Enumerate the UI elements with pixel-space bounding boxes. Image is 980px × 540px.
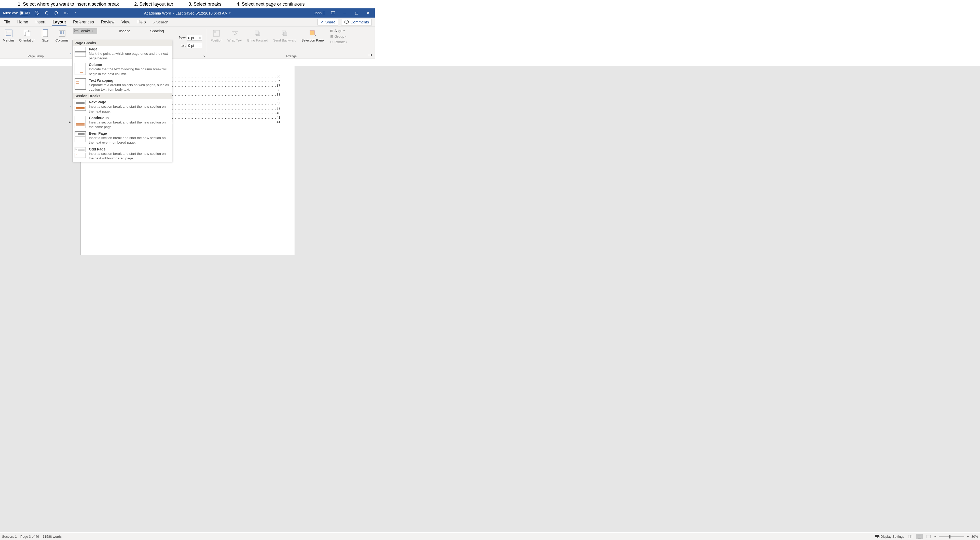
ribbon-display-options-icon[interactable]: [329, 10, 337, 16]
maximize-button[interactable]: ▢: [352, 10, 361, 16]
autosave-toggle[interactable]: AutoSave Off: [3, 11, 30, 15]
qat-customize-icon[interactable]: ⁼: [73, 10, 78, 16]
spacing-before-value: 0 pt: [188, 36, 194, 40]
margins-button[interactable]: Margins: [2, 28, 15, 43]
break-page-item[interactable]: › Page Mark the point at which one page …: [73, 46, 172, 62]
break-even-page-desc: Insert a section break and start the new…: [89, 136, 170, 145]
bring-forward-button[interactable]: Bring Forward: [246, 28, 269, 43]
size-label: Size: [42, 38, 48, 43]
collapse-ribbon-icon[interactable]: [368, 53, 372, 57]
break-continuous-item[interactable]: Continuous Insert a section break and st…: [73, 115, 172, 130]
page-break-icon: [74, 47, 86, 57]
align-icon: ⊞: [330, 29, 333, 33]
svg-rect-22: [214, 31, 216, 33]
document-page-next[interactable]: [80, 179, 295, 206]
next-page-break-icon: [74, 100, 86, 111]
orientation-label: Orientation: [19, 38, 35, 43]
odd-page-break-icon: 1 3: [74, 147, 86, 158]
spacing-after-label: ter:: [181, 43, 186, 48]
spinner-arrows-icon[interactable]: ▲▼: [198, 44, 201, 48]
break-next-page-desc: Insert a section break and start the new…: [89, 104, 170, 114]
send-backward-button[interactable]: Send Backward: [272, 28, 298, 43]
tab-insert[interactable]: Insert: [35, 18, 46, 26]
position-button[interactable]: Position: [210, 28, 223, 43]
instruction-step-4: 4. Select next page or continuous: [237, 2, 304, 7]
breaks-button[interactable]: Breaks ▾: [73, 28, 97, 33]
break-even-page-title: Even Page: [89, 131, 170, 135]
tab-layout[interactable]: Layout: [52, 18, 66, 26]
tab-references[interactable]: References: [73, 18, 94, 26]
size-icon: [41, 29, 49, 37]
autosave-switch[interactable]: Off: [20, 11, 30, 15]
svg-rect-4: [331, 11, 335, 12]
wrap-text-button[interactable]: Wrap Text: [226, 28, 243, 43]
break-text-wrapping-title: Text Wrapping: [89, 78, 170, 83]
svg-rect-33: [371, 54, 372, 56]
selection-pane-button[interactable]: Selection Pane: [301, 28, 325, 43]
comments-button[interactable]: 💬 Comments: [341, 19, 372, 25]
spacing-before-label: fore:: [179, 36, 186, 40]
document-saved-info: Last Saved 5/12/2018 6:43 AM: [175, 11, 228, 15]
chevron-down-icon: ▾: [229, 11, 231, 15]
tab-review[interactable]: Review: [100, 18, 115, 26]
group-button[interactable]: ⊟Group▾: [329, 34, 348, 39]
break-odd-page-item[interactable]: 1 3 Odd Page Insert a section break and …: [73, 146, 172, 162]
columns-label: Columns: [56, 38, 68, 43]
chevron-down-icon: ▾: [346, 41, 347, 43]
tab-home[interactable]: Home: [17, 18, 29, 26]
margins-label: Margins: [3, 38, 14, 43]
arrange-group-label: Arrange: [207, 54, 375, 58]
chevron-down-icon: ▾: [345, 35, 347, 38]
rotate-button[interactable]: ⟳Rotate▾: [329, 40, 348, 44]
paragraph-launcher-icon[interactable]: ⬊: [203, 55, 205, 57]
share-button[interactable]: ↗ Share: [318, 19, 338, 25]
position-label: Position: [210, 38, 222, 43]
size-button[interactable]: Size: [39, 28, 52, 43]
touch-mode-icon[interactable]: ▾: [64, 10, 68, 16]
svg-rect-9: [43, 30, 48, 37]
spacing-header: Spacing: [150, 29, 164, 33]
page-breaks-header: Page Breaks: [73, 40, 172, 46]
document-title[interactable]: Academia Word - Last Saved 5/12/2018 6:4…: [144, 11, 231, 15]
tab-view[interactable]: View: [121, 18, 130, 26]
instruction-step-3: 3. Select breaks: [188, 2, 221, 7]
share-label: Share: [325, 20, 335, 24]
wrap-text-label: Wrap Text: [228, 38, 242, 43]
align-button[interactable]: ⊞Align▾: [329, 28, 348, 33]
break-column-desc: Indicate that the text following the col…: [89, 67, 170, 76]
break-next-page-item[interactable]: › Next Page Insert a section break and s…: [73, 99, 172, 114]
break-column-item[interactable]: Column Indicate that the text following …: [73, 62, 172, 77]
breaks-icon: [74, 29, 78, 33]
section-breaks-header: Section Breaks: [73, 93, 172, 99]
break-column-title: Column: [89, 63, 170, 67]
svg-rect-30: [283, 32, 287, 36]
tab-help[interactable]: Help: [137, 18, 146, 26]
spinner-arrows-icon[interactable]: ▲▼: [198, 36, 201, 40]
orientation-button[interactable]: Orientation: [18, 28, 36, 43]
minimize-button[interactable]: ─: [340, 10, 349, 16]
spacing-after-input[interactable]: ter: 0 pt▲▼: [181, 43, 202, 48]
save-icon[interactable]: [34, 10, 40, 16]
svg-rect-1: [36, 11, 38, 12]
document-area[interactable]: ........................................…: [0, 66, 375, 206]
group-icon: ⊟: [330, 34, 333, 38]
break-text-wrapping-item[interactable]: Text Wrapping Separate text around objec…: [73, 78, 172, 93]
columns-button[interactable]: Columns: [55, 28, 69, 43]
redo-icon[interactable]: [54, 10, 59, 16]
share-icon: ↗: [320, 20, 324, 24]
break-next-page-title: Next Page: [89, 100, 170, 104]
rotate-label: Rotate: [334, 40, 345, 44]
break-even-page-item[interactable]: 2 4 Even Page Insert a section break and…: [73, 130, 172, 146]
break-odd-page-desc: Insert a section break and start the new…: [89, 151, 170, 160]
undo-icon[interactable]: [44, 10, 49, 16]
page-setup-group-label: Page Setup: [0, 54, 71, 58]
spacing-before-input[interactable]: fore: 0 pt▲▼: [179, 35, 202, 41]
close-button[interactable]: ✕: [364, 10, 372, 16]
ribbon: Margins Orientation Size Columns Page Se…: [0, 27, 375, 59]
tab-file[interactable]: File: [3, 18, 11, 26]
comment-icon: 💬: [344, 20, 349, 24]
user-name[interactable]: John O: [314, 11, 325, 15]
position-icon: [212, 29, 221, 37]
search-box[interactable]: ⌕ Search: [153, 20, 169, 24]
break-page-desc: Mark the point at which one page ends an…: [89, 51, 170, 60]
